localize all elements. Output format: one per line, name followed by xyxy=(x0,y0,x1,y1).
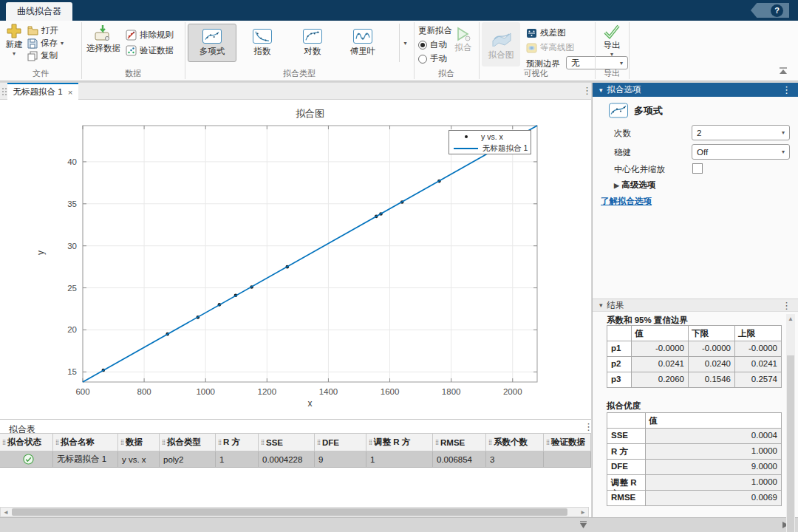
group-label-data: 数据 xyxy=(81,68,185,80)
coeff-row-p2: p2 xyxy=(607,357,632,372)
group-label-visualization: 可视化 xyxy=(479,68,593,80)
col-sse[interactable]: ⁞⁞SSE xyxy=(259,433,315,451)
contour-plot-button[interactable]: 等高线图 xyxy=(526,42,574,53)
gof-row-rsquare: R 方 xyxy=(607,444,646,460)
fit-plot-panel[interactable]: 拟合图 600800100012001400160018002000152025… xyxy=(0,100,591,419)
update-fit-label: 更新拟合 xyxy=(418,25,452,36)
fit-run-button[interactable]: 拟合 xyxy=(451,26,476,53)
app-tab-curve-fitter[interactable]: 曲线拟合器 xyxy=(6,2,72,21)
svg-text:20: 20 xyxy=(67,325,77,334)
col-rsquare[interactable]: ⁞⁞R 方 xyxy=(216,433,259,451)
tabbar-drag-handle[interactable] xyxy=(1,87,7,96)
fit-type-fourier[interactable]: 傅里叶 xyxy=(338,24,387,62)
chevron-down-icon: ▾ xyxy=(620,60,623,66)
collapse-panel-icon[interactable] xyxy=(579,521,588,529)
table-row-cell[interactable]: 9 xyxy=(315,451,366,468)
coeff-col-upper: 上限 xyxy=(735,326,782,341)
scrollbar-thumb[interactable] xyxy=(12,508,567,516)
coeff-cell: -0.0000 xyxy=(735,341,782,357)
tab-close-icon[interactable]: × xyxy=(68,88,73,97)
logarithmic-icon xyxy=(303,29,322,44)
save-button[interactable]: 保存 ▾ xyxy=(27,38,64,49)
collapse-caret-icon[interactable]: ▾ xyxy=(599,86,603,94)
copy-button[interactable]: 复制 xyxy=(27,50,58,61)
export-button[interactable]: 导出 ▾ xyxy=(598,24,625,58)
save-dropdown-caret[interactable]: ▾ xyxy=(61,40,64,47)
table-row-cell[interactable]: 0.0004228 xyxy=(259,451,315,468)
residuals-plot-button[interactable]: 残差图 xyxy=(526,27,566,38)
save-label: 保存 xyxy=(41,38,58,49)
fit-plot-button[interactable]: 拟合图 xyxy=(482,22,520,66)
gof-row-dfe: DFE xyxy=(607,460,646,475)
fit-state-cell[interactable] xyxy=(0,451,53,468)
chevron-down-icon: ▾ xyxy=(782,129,785,136)
col-fit-state[interactable]: ⁞⁞拟合状态 xyxy=(0,433,53,451)
coeff-col-blank xyxy=(607,326,632,341)
fit-type-exponential[interactable]: 指数 xyxy=(238,24,287,62)
new-dropdown-caret[interactable]: ▾ xyxy=(13,50,16,57)
fit-options-kebab-icon[interactable]: ⋮ xyxy=(782,85,791,95)
vertical-scrollbar[interactable]: ▲ ▼ xyxy=(786,314,795,532)
export-dropdown-caret[interactable]: ▾ xyxy=(610,51,613,58)
horizontal-scrollbar[interactable]: ◄ ► xyxy=(0,507,589,517)
col-num-coeff[interactable]: ⁞⁞系数个数 xyxy=(486,433,544,451)
table-row-cell[interactable]: poly2 xyxy=(160,451,216,468)
select-data-button[interactable]: 选择数据 xyxy=(84,24,123,54)
scrollbar-thumb[interactable] xyxy=(787,355,794,532)
right-panel: ▾ 拟合选项 ⋮ 多项式 次数 2 ▾ 稳健 Off ▾ 中心化并缩放 ▶ 高级… xyxy=(592,83,798,517)
scroll-right-icon[interactable]: ► xyxy=(580,508,586,517)
new-button[interactable]: 新建 ▾ xyxy=(3,23,25,57)
col-dfe[interactable]: ⁞⁞DFE xyxy=(315,433,366,451)
open-button[interactable]: 打开 xyxy=(27,25,58,36)
col-rmse[interactable]: ⁞⁞RMSE xyxy=(433,433,486,451)
fit-type-polynomial[interactable]: 多项式 xyxy=(188,24,236,62)
collapse-ribbon-icon[interactable] xyxy=(777,66,789,75)
col-fit-name[interactable]: ⁞⁞拟合名称 xyxy=(53,433,118,451)
svg-text:35: 35 xyxy=(67,200,77,208)
fit-type-gallery-expand[interactable]: ▾ xyxy=(399,24,411,62)
fit-type-logarithmic[interactable]: 对数 xyxy=(288,24,337,62)
plot-panel-kebab-icon[interactable]: ⋮ xyxy=(582,86,592,95)
help-icon[interactable]: ? xyxy=(771,4,783,17)
save-icon xyxy=(27,38,38,49)
manual-radio[interactable]: 手动 xyxy=(418,53,447,64)
auto-radio[interactable]: 自动 xyxy=(418,39,447,50)
table-row-cell[interactable]: 3 xyxy=(486,451,544,468)
col-validation-data[interactable]: ⁞⁞验证数据 xyxy=(544,433,591,451)
fit-plot-icon xyxy=(490,29,512,47)
robust-select[interactable]: Off ▾ xyxy=(692,144,790,160)
col-adj-rsquare[interactable]: ⁞⁞调整 R 方 xyxy=(366,433,433,451)
fit-options-header[interactable]: ▾ 拟合选项 ⋮ xyxy=(593,83,798,97)
tab-untitled-fit-1[interactable]: 无标题拟合 1 × xyxy=(7,83,78,100)
table-row-cell[interactable]: 无标题拟合 1 xyxy=(53,451,118,468)
table-row-cell[interactable]: 0.006854 xyxy=(433,451,486,468)
results-kebab-icon[interactable]: ⋮ xyxy=(782,301,791,310)
results-header[interactable]: ▾ 结果 ⋮ xyxy=(593,299,798,312)
polynomial-icon xyxy=(609,103,628,118)
validation-data-button[interactable]: 验证数据 xyxy=(126,45,174,56)
col-data[interactable]: ⁞⁞数据 xyxy=(118,433,160,451)
degree-select[interactable]: 2 ▾ xyxy=(692,125,790,140)
exponential-icon xyxy=(253,29,272,44)
copy-icon xyxy=(27,51,38,61)
exclusion-rules-button[interactable]: 排除规则 xyxy=(126,30,174,41)
scroll-up-icon[interactable]: ▲ xyxy=(786,316,795,322)
collapse-caret-icon[interactable]: ▾ xyxy=(599,301,603,309)
table-row-cell[interactable]: y vs. x xyxy=(118,451,160,468)
table-row-cell[interactable]: 1 xyxy=(366,451,433,468)
center-scale-checkbox[interactable] xyxy=(692,163,703,174)
col-fit-type[interactable]: ⁞⁞拟合类型 xyxy=(160,433,216,451)
table-row-cell[interactable] xyxy=(544,451,591,468)
advanced-options-toggle[interactable]: ▶ 高级选项 xyxy=(614,180,655,191)
svg-text:30: 30 xyxy=(67,242,77,250)
help-banner: ? xyxy=(751,3,789,18)
fit-plot-label: 拟合图 xyxy=(488,50,514,61)
group-label-fit: 拟合 xyxy=(414,68,479,80)
x-axis-label: x xyxy=(83,398,537,409)
table-row-cell[interactable]: 1 xyxy=(216,451,259,468)
robust-value: Off xyxy=(697,148,708,157)
scroll-left-icon[interactable]: ◄ xyxy=(3,508,9,517)
contour-plot-icon xyxy=(526,43,537,53)
learn-fit-options-link[interactable]: 了解拟合选项 xyxy=(601,196,652,207)
plus-icon xyxy=(6,23,22,39)
